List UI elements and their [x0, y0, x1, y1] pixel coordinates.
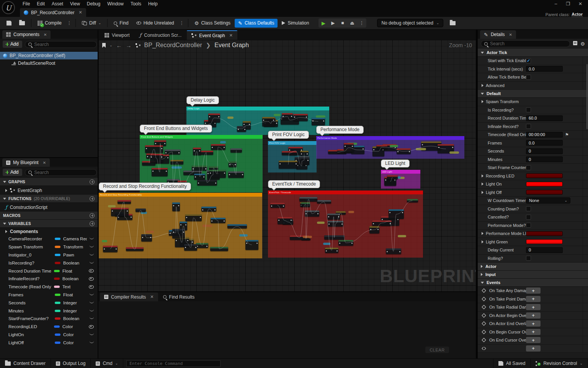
graph-pin-node[interactable] [416, 148, 426, 150]
restore-button[interactable]: ❐ [563, 0, 573, 7]
comment-box-performance-mode[interactable]: Performance Mode [316, 136, 464, 159]
eye-closed-icon[interactable] [90, 253, 94, 255]
graph-node[interactable] [312, 118, 325, 125]
graph-pin-node[interactable] [146, 231, 154, 233]
components-tab[interactable]: Components ✕ [2, 30, 51, 39]
color-swatch[interactable] [526, 231, 563, 236]
hide-unrelated-button[interactable]: Hide Unrelated [133, 19, 178, 27]
graph-node[interactable] [386, 248, 401, 254]
graph-node[interactable] [301, 202, 310, 207]
add-event-button[interactable]: + [526, 304, 541, 310]
eye-closed-icon[interactable] [90, 341, 94, 343]
minimize-button[interactable]: – [550, 0, 561, 7]
section-actor-tick[interactable]: Actor Tick [478, 49, 588, 57]
breadcrumb-graph[interactable]: Event Graph [214, 42, 249, 49]
checkbox[interactable] [526, 256, 531, 261]
variable-seconds[interactable]: SecondsInteger [0, 299, 98, 307]
graph-node[interactable] [278, 217, 292, 224]
parent-class-link[interactable]: Actor [572, 12, 583, 17]
color-swatch[interactable] [526, 182, 563, 187]
graph-node[interactable] [201, 207, 216, 212]
graph-node[interactable] [199, 151, 213, 155]
eye-closed-icon[interactable] [90, 261, 94, 263]
value-input[interactable] [526, 156, 563, 162]
add-blueprint-item-button[interactable]: Add [2, 168, 23, 176]
eye-icon[interactable] [89, 285, 94, 289]
expand-icon[interactable] [5, 189, 7, 192]
graph-node[interactable] [324, 235, 345, 240]
variable-startframecounter[interactable]: StartFrameCounter?Boolean [0, 315, 98, 323]
components-group[interactable]: Components [0, 228, 98, 235]
eye-closed-icon[interactable] [90, 245, 94, 247]
comment-title-print-fov-logic[interactable]: Print FOV Logic [268, 131, 309, 139]
value-input[interactable] [526, 66, 563, 72]
eject-button[interactable]: ⏏ [347, 18, 357, 28]
add-icon[interactable] [90, 179, 95, 184]
expand-icon[interactable] [482, 182, 483, 186]
eye-closed-icon[interactable] [90, 293, 94, 295]
graph-pin-node[interactable] [323, 243, 330, 245]
add-event-button[interactable]: + [526, 288, 541, 294]
menu-tools[interactable]: Tools [127, 0, 145, 7]
graph-pin-node[interactable] [102, 240, 107, 242]
my-blueprint-search-input[interactable] [34, 170, 93, 175]
close-button[interactable]: ✕ [575, 0, 586, 7]
graph-node[interactable] [328, 221, 343, 227]
variable-lightoff[interactable]: LightOffColor [0, 338, 98, 347]
graph-node[interactable] [299, 197, 317, 202]
flag-icon[interactable]: ⚑ [565, 132, 569, 137]
back-button[interactable]: ← [116, 42, 122, 49]
graph-node[interactable] [196, 243, 208, 248]
value-input[interactable] [526, 247, 563, 253]
add-icon[interactable] [90, 221, 95, 226]
play-options-icon[interactable]: ⋮ [357, 18, 366, 28]
gear-icon[interactable]: ⚙ [580, 41, 585, 47]
variable-isrecording[interactable]: IsRecording?Boolean [0, 259, 98, 267]
expand-icon[interactable] [5, 230, 7, 233]
graph-node[interactable] [209, 166, 218, 170]
graph-node[interactable] [369, 226, 379, 233]
graph-node[interactable] [103, 246, 118, 252]
comment-title-front-end-buttons-and-widgets[interactable]: Front End Buttons and Widgets [140, 125, 212, 133]
graph-node[interactable] [210, 247, 228, 251]
graph-node[interactable] [387, 175, 398, 179]
graph-node[interactable] [227, 224, 247, 228]
variable-recordingled[interactable]: RecordingLEDColor [0, 323, 98, 331]
graph-node[interactable] [194, 174, 205, 180]
menu-view[interactable]: View [67, 0, 83, 7]
event-graph-canvas[interactable]: ⌄ ← → BP_RecordController ❯ Event Graph … [98, 40, 476, 291]
graph-node[interactable] [111, 208, 129, 216]
close-icon[interactable]: ✕ [44, 33, 47, 37]
expand-icon[interactable] [482, 232, 483, 235]
add-event-button[interactable]: + [526, 320, 541, 327]
section-events[interactable]: Events [478, 279, 588, 287]
variable-spawn-transform[interactable]: Spawn TransformTransform [0, 243, 98, 251]
comment-title-led-light[interactable]: LED Light [381, 159, 410, 168]
variable-timecode-read-only[interactable]: Timecode (Read Only)Text [0, 283, 98, 291]
graph-pin-node[interactable] [274, 114, 281, 116]
checkbox-checked[interactable]: ✓ [526, 58, 531, 63]
comment-box-print-fov-logic[interactable]: Print FOV Logic [268, 141, 317, 172]
output-log-button[interactable]: Output Log [51, 359, 91, 368]
graph-node[interactable] [172, 229, 185, 238]
play-button[interactable]: ▶ [318, 18, 328, 28]
graph-node[interactable] [344, 143, 354, 152]
add-icon[interactable] [90, 196, 95, 201]
graph-pin-node[interactable] [398, 235, 406, 237]
graph-node[interactable] [211, 218, 225, 223]
variable-minutes[interactable]: MinutesInteger [0, 307, 98, 315]
checkbox[interactable] [526, 223, 531, 228]
color-swatch[interactable] [526, 173, 563, 178]
compile-options-icon[interactable]: ⋮ [66, 20, 73, 26]
all-saved-button[interactable]: All Saved [493, 359, 531, 368]
graph-node[interactable] [126, 247, 144, 251]
compile-button[interactable]: ✓ Compile [34, 19, 65, 27]
menu-help[interactable]: Help [145, 0, 161, 7]
graph-pin-node[interactable] [449, 151, 459, 154]
cmd-dropdown[interactable]: Cmd ⌄ [91, 359, 123, 368]
variable-camerarecorder[interactable]: CameraRecorderCamera Reco [0, 235, 98, 243]
breadcrumb-blueprint[interactable]: BP_RecordController [144, 42, 202, 49]
section-default[interactable]: Default [478, 90, 588, 98]
graph-node[interactable] [197, 180, 217, 186]
color-swatch[interactable] [526, 239, 563, 244]
